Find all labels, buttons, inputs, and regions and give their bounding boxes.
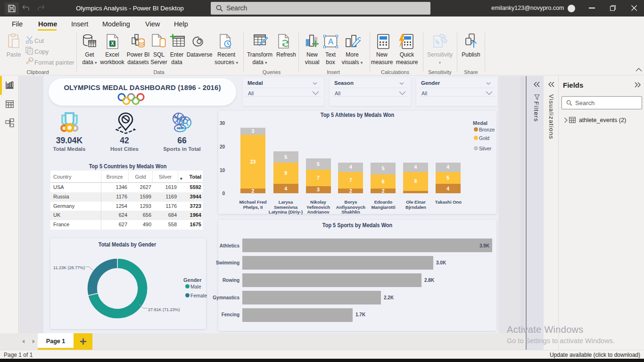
svg-text:A: A [328,38,333,46]
svg-text:X: X [111,41,114,46]
